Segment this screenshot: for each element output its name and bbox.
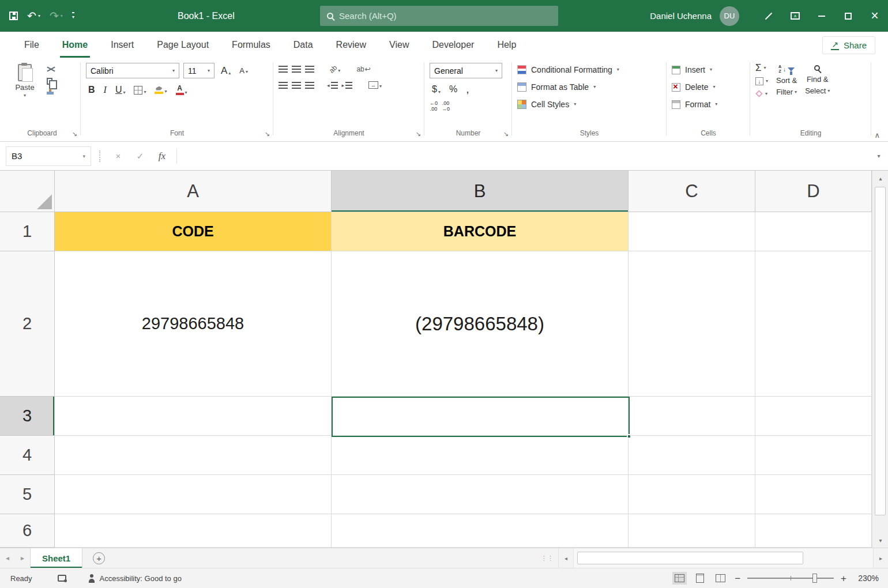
maximize-button[interactable] xyxy=(835,0,861,32)
tab-data[interactable]: Data xyxy=(282,32,325,58)
delete-cells-button[interactable]: Delete ▾ xyxy=(672,78,745,96)
percent-style-button[interactable]: % xyxy=(447,83,460,96)
cell-D3[interactable] xyxy=(755,397,872,436)
formula-bar-resize-handle[interactable] xyxy=(99,150,100,162)
cell-C4[interactable] xyxy=(629,436,755,475)
align-center-icon[interactable] xyxy=(292,82,301,89)
tab-formulas[interactable]: Formulas xyxy=(220,32,282,58)
cell-A3[interactable] xyxy=(55,397,332,436)
scroll-left-button[interactable]: ◂ xyxy=(558,548,573,568)
cut-icon[interactable] xyxy=(47,66,55,73)
prev-sheet-button[interactable]: ◂ xyxy=(0,548,15,568)
cell-B6[interactable] xyxy=(332,514,629,548)
new-sheet-button[interactable]: + xyxy=(93,552,105,564)
account-name[interactable]: Daniel Uchenna xyxy=(650,11,712,21)
tab-file[interactable]: File xyxy=(13,32,51,58)
avatar[interactable]: DU xyxy=(720,6,739,26)
format-cells-button[interactable]: Format ▾ xyxy=(672,96,745,113)
search-input[interactable] xyxy=(339,11,551,21)
cell-A5[interactable] xyxy=(55,475,332,514)
cell-C3[interactable] xyxy=(629,397,755,436)
zoom-slider[interactable] xyxy=(747,578,834,579)
inking-button[interactable] xyxy=(755,0,782,32)
select-all-corner[interactable] xyxy=(0,171,55,212)
cell-D5[interactable] xyxy=(755,475,872,514)
align-left-icon[interactable] xyxy=(279,82,288,89)
decrease-indent-button[interactable]: ◂ xyxy=(327,82,338,89)
normal-view-button[interactable] xyxy=(672,572,687,585)
formula-input[interactable] xyxy=(180,146,870,166)
fill-handle[interactable] xyxy=(627,434,631,439)
cell-A6[interactable] xyxy=(55,514,332,548)
align-middle-icon[interactable] xyxy=(292,66,301,73)
zoom-level[interactable]: 230% xyxy=(853,574,879,583)
sort-filter-button[interactable]: AZ↓ Sort & Filter▾ xyxy=(775,63,798,99)
align-bottom-icon[interactable] xyxy=(305,66,314,73)
search-bar[interactable] xyxy=(320,6,558,26)
comma-style-button[interactable]: , xyxy=(464,85,471,93)
decrease-font-size-button[interactable]: A▾ xyxy=(237,66,250,76)
column-header-D[interactable]: D xyxy=(755,171,872,212)
horizontal-scrollbar-track[interactable] xyxy=(573,548,873,568)
insert-function-button[interactable]: fx xyxy=(151,146,173,166)
wrap-text-button[interactable]: ab↩ xyxy=(356,65,370,73)
cancel-entry-button[interactable]: × xyxy=(107,146,129,166)
cell-C2[interactable] xyxy=(629,251,755,397)
increase-font-size-button[interactable]: A▴ xyxy=(219,65,233,77)
font-size-combobox[interactable]: 11▾ xyxy=(183,63,215,78)
accessibility-checker[interactable]: Accessibility: Good to go xyxy=(88,574,182,583)
cell-A1[interactable]: CODE xyxy=(55,212,332,251)
minimize-button[interactable] xyxy=(808,0,835,32)
cell-B5[interactable] xyxy=(332,475,629,514)
row-header-2[interactable]: 2 xyxy=(0,251,55,397)
close-button[interactable]: × xyxy=(861,0,888,32)
vertical-scrollbar-thumb[interactable] xyxy=(875,187,886,515)
row-header-1[interactable]: 1 xyxy=(0,212,55,251)
tab-scrollbar-resize-handle[interactable]: ⋮⋮ xyxy=(536,555,558,562)
redo-button[interactable]: ↷▾ xyxy=(50,10,63,21)
clipboard-dialog-launcher[interactable]: ↘ xyxy=(72,131,77,137)
horizontal-scrollbar[interactable]: ◂ ▸ xyxy=(558,548,888,568)
clear-button[interactable]: ▾ xyxy=(755,90,768,97)
font-dialog-launcher[interactable]: ↘ xyxy=(265,131,270,137)
tab-home[interactable]: Home xyxy=(51,32,99,58)
orientation-button[interactable]: ab▾ xyxy=(327,64,343,74)
format-as-table-button[interactable]: Format as Table ▾ xyxy=(517,78,661,96)
cell-D6[interactable] xyxy=(755,514,872,548)
find-select-button[interactable]: Find & Select▾ xyxy=(804,63,831,99)
cell-B1[interactable]: BARCODE xyxy=(332,212,629,251)
sheet-tab-sheet1[interactable]: Sheet1 xyxy=(30,548,82,568)
page-layout-view-button[interactable] xyxy=(694,571,706,585)
tab-help[interactable]: Help xyxy=(486,32,528,58)
tab-developer[interactable]: Developer xyxy=(420,32,486,58)
cell-B3-selected[interactable] xyxy=(332,397,629,436)
tab-view[interactable]: View xyxy=(378,32,420,58)
zoom-out-button[interactable]: − xyxy=(735,574,740,583)
row-header-6[interactable]: 6 xyxy=(0,514,55,548)
undo-button[interactable]: ↶▾ xyxy=(27,10,40,21)
zoom-slider-handle[interactable] xyxy=(812,574,817,583)
column-header-A[interactable]: A xyxy=(55,171,332,212)
cell-D2[interactable] xyxy=(755,251,872,397)
cell-B4[interactable] xyxy=(332,436,629,475)
scroll-right-button[interactable]: ▸ xyxy=(873,548,888,568)
font-color-button[interactable]: A ▾ xyxy=(174,84,190,96)
align-right-icon[interactable] xyxy=(305,82,314,89)
name-box[interactable]: B3 ▾ xyxy=(6,146,91,166)
tab-insert[interactable]: Insert xyxy=(99,32,145,58)
cell-styles-button[interactable]: Cell Styles ▾ xyxy=(517,96,661,113)
conditional-formatting-button[interactable]: Conditional Formatting ▾ xyxy=(517,61,661,78)
font-name-combobox[interactable]: Calibri▾ xyxy=(86,63,179,78)
alignment-dialog-launcher[interactable]: ↘ xyxy=(416,131,421,137)
collapse-ribbon-button[interactable]: ∧ xyxy=(874,131,880,140)
confirm-entry-button[interactable]: ✓ xyxy=(129,146,151,166)
number-dialog-launcher[interactable]: ↘ xyxy=(503,131,509,137)
scroll-down-button[interactable]: ▾ xyxy=(872,533,888,548)
horizontal-scrollbar-thumb[interactable] xyxy=(577,552,803,564)
cell-D4[interactable] xyxy=(755,436,872,475)
row-header-5[interactable]: 5 xyxy=(0,475,55,514)
copy-icon[interactable] xyxy=(47,78,52,85)
row-header-3[interactable]: 3 xyxy=(0,397,55,436)
merge-center-button[interactable]: ↔▾ xyxy=(366,80,384,90)
increase-indent-button[interactable]: ▸ xyxy=(342,82,353,89)
